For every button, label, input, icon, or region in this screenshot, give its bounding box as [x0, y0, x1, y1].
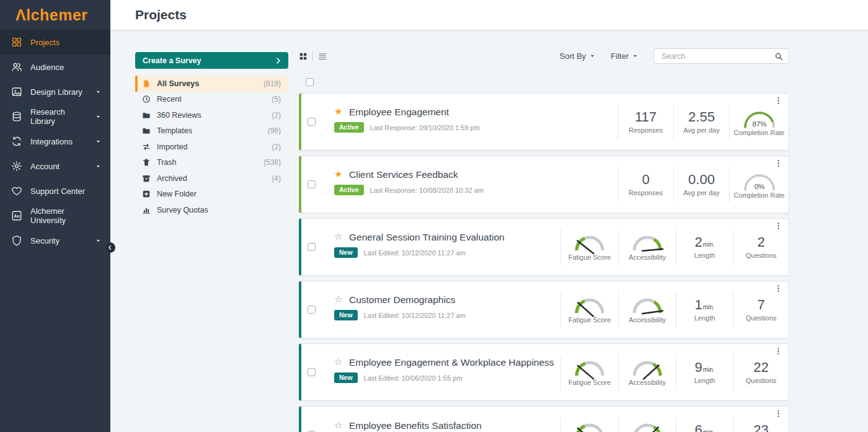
stat-length: 2min.Length — [676, 229, 733, 265]
view-toggle-divider — [312, 51, 313, 61]
stat-label: Responses — [629, 189, 663, 196]
survey-title[interactable]: Employee Engagement — [349, 107, 449, 118]
create-survey-button[interactable]: Create a Survey — [135, 52, 288, 69]
sidebar-item[interactable]: Audience — [0, 55, 110, 79]
svg-text:Au: Au — [14, 214, 19, 219]
kebab-menu-icon[interactable] — [774, 410, 782, 418]
page-title: Projects — [135, 7, 187, 22]
stat-label: Completion Rate — [734, 192, 785, 199]
folder-label: New Folder — [157, 190, 197, 198]
kebab-menu-icon[interactable] — [774, 347, 782, 355]
stat-fatigue-score: Fatigue Score — [560, 355, 618, 390]
sidebar-item[interactable]: Au Alchemer University — [0, 203, 110, 228]
caret-down-icon — [95, 164, 101, 169]
caret-down-icon — [95, 114, 101, 120]
survey-card[interactable]: ★ Client Services Feedback Active Last R… — [299, 156, 789, 213]
survey-checkbox[interactable] — [308, 306, 316, 314]
stat-accessibility: Accessibility — [618, 355, 676, 390]
title-row: ☆ General Session Training Evaluation — [334, 232, 505, 243]
folder-label: Survey Quotas — [157, 206, 208, 214]
stat-value: 2min. — [694, 235, 714, 250]
star-icon[interactable]: ★ — [334, 107, 344, 117]
folder-item[interactable]: New Folder — [135, 187, 288, 203]
survey-card[interactable]: ★ Employee Engagement Active Last Respon… — [299, 93, 789, 151]
stat-length: 6min.Length — [676, 417, 733, 432]
stat-unit: min. — [703, 429, 715, 432]
survey-info: ☆ Customer Demographics New Last Edited:… — [334, 294, 466, 321]
survey-card[interactable]: ☆ Employee Benefits Satisfaction Fatigue… — [299, 406, 789, 432]
badge-row: Active Last Response: 10/08/2020 10:32 a… — [334, 185, 484, 196]
star-icon[interactable]: ☆ — [334, 421, 344, 430]
folder-panel: Create a Survey All Surveys (819) — [135, 48, 288, 432]
sort-by-dropdown[interactable]: Sort By — [559, 51, 595, 61]
search-input[interactable] — [662, 52, 774, 61]
kebab-menu-icon[interactable] — [774, 222, 782, 230]
kebab-menu-icon[interactable] — [774, 97, 782, 105]
stat-value: 2.55 — [688, 110, 715, 125]
star-icon[interactable]: ★ — [334, 170, 344, 179]
folder-count: (5) — [272, 95, 281, 104]
survey-title[interactable]: Employee Engagement & Workplace Happines… — [349, 357, 554, 368]
stat-accessibility: Accessibility — [618, 417, 676, 432]
grid-view-icon[interactable] — [299, 52, 308, 61]
sidebar-item[interactable]: Integrations — [0, 129, 110, 154]
survey-checkbox[interactable] — [308, 243, 316, 251]
select-all-checkbox[interactable] — [306, 78, 314, 86]
title-row: ★ Client Services Feedback — [334, 169, 484, 180]
kebab-menu-icon[interactable] — [774, 284, 782, 293]
stat-unit: min. — [703, 366, 715, 373]
survey-info: ★ Client Services Feedback Active Last R… — [334, 169, 484, 196]
svg-text:0%: 0% — [754, 183, 764, 190]
select-all-row — [306, 77, 789, 86]
kebab-menu-icon[interactable] — [774, 159, 782, 167]
filter-dropdown[interactable]: Filter — [611, 51, 638, 61]
sidebar-item[interactable]: Account — [0, 154, 110, 179]
stat-avg-per-day: 0.00Avg per day — [673, 167, 729, 203]
survey-title[interactable]: Employee Benefits Satisfaction — [349, 420, 482, 431]
survey-card[interactable]: ☆ Customer Demographics New Last Edited:… — [299, 281, 789, 338]
stat-completion-rate: 0%Completion Rate — [729, 167, 789, 203]
content-area: Create a Survey All Surveys (819) — [110, 30, 868, 432]
sidebar-collapse-button[interactable] — [105, 242, 115, 253]
folder-item[interactable]: Recent (5) — [135, 92, 288, 108]
survey-title[interactable]: General Session Training Evaluation — [349, 232, 505, 243]
stat-label: Accessibility — [629, 379, 666, 386]
sidebar-item[interactable]: Security — [0, 228, 110, 253]
survey-checkbox[interactable] — [308, 180, 316, 188]
search-icon[interactable] — [774, 52, 783, 61]
accessibility-gauge — [627, 359, 668, 380]
folder-item[interactable]: Survey Quotas — [135, 202, 288, 218]
folder-item[interactable]: Templates (96) — [135, 123, 288, 139]
survey-meta: Last Response: 10/08/2020 10:32 am — [370, 187, 484, 194]
nav-label: Design Library — [30, 87, 82, 97]
sidebar-item[interactable]: Research Library — [0, 104, 110, 129]
star-icon[interactable]: ☆ — [334, 232, 344, 242]
stat-accessibility: Accessibility — [618, 229, 676, 265]
folder-item[interactable]: All Surveys (819) — [135, 76, 288, 92]
folder-label: Imported — [157, 143, 187, 151]
nav-label: Research Library — [30, 107, 87, 126]
folder-item-icon — [142, 95, 151, 104]
survey-checkbox[interactable] — [308, 368, 316, 376]
survey-title[interactable]: Customer Demographics — [349, 294, 455, 306]
title-row: ★ Employee Engagement — [334, 107, 480, 118]
folder-item[interactable]: Imported (2) — [135, 139, 288, 155]
folder-count: (538) — [264, 158, 281, 167]
list-view-icon[interactable] — [318, 52, 327, 61]
folder-item[interactable]: Archived (4) — [135, 170, 288, 187]
star-icon[interactable]: ☆ — [334, 358, 344, 367]
stat-label: Length — [694, 252, 715, 259]
survey-checkbox[interactable] — [308, 118, 316, 126]
search-box — [653, 48, 789, 64]
survey-card[interactable]: ☆ Employee Engagement & Workplace Happin… — [299, 343, 789, 401]
stat-accessibility: Accessibility — [618, 292, 676, 328]
folder-item[interactable]: Trash (538) — [135, 155, 288, 171]
star-icon[interactable]: ☆ — [334, 295, 344, 304]
survey-card[interactable]: ☆ General Session Training Evaluation Ne… — [299, 218, 789, 276]
folder-item[interactable]: 360 Reviews (2) — [135, 107, 288, 123]
nav-icon — [11, 185, 22, 196]
sidebar-item[interactable]: Design Library — [0, 79, 110, 104]
sidebar-item[interactable]: Support Center — [0, 179, 110, 203]
sidebar-item[interactable]: Projects — [0, 30, 110, 55]
survey-title[interactable]: Client Services Feedback — [349, 169, 458, 180]
